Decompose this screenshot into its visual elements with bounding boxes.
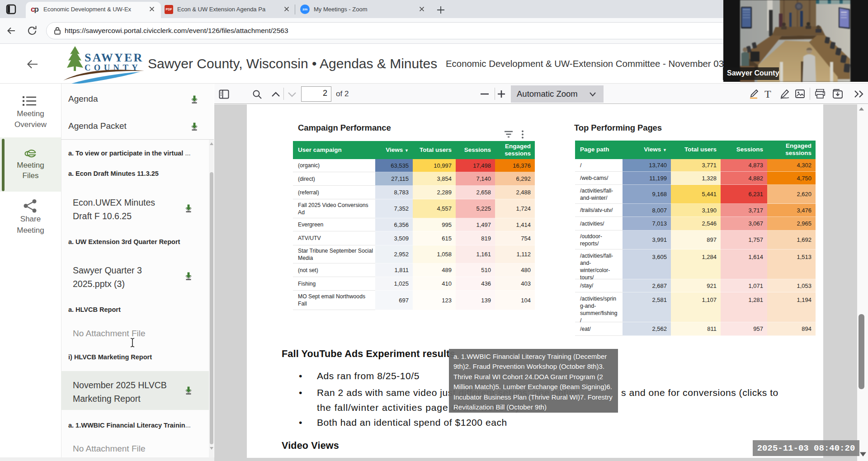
svg-text:SAWYER: SAWYER — [85, 51, 143, 64]
